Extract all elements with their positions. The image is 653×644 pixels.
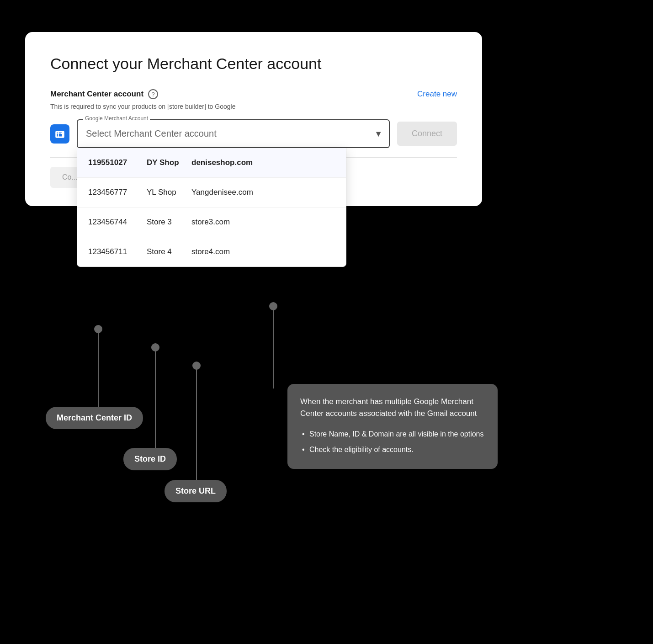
dropdown-item-url: Yangdenisee.com [191, 188, 253, 197]
section-label: Merchant Center account [50, 90, 143, 99]
dropdown-item-name: DY Shop [147, 158, 183, 167]
input-row: Google Merchant Account Select Merchant … [50, 119, 457, 148]
store-id-label: Store ID [123, 448, 177, 470]
dropdown-item-name: Store 4 [147, 247, 183, 256]
info-box: When the merchant has multiple Google Me… [287, 384, 498, 469]
connect-button[interactable]: Connect [397, 122, 457, 146]
svg-point-5 [192, 362, 201, 370]
section-header: Merchant Center account ? Create new [50, 89, 457, 99]
select-label: Google Merchant Account [83, 115, 150, 122]
select-container: Google Merchant Account Select Merchant … [77, 119, 390, 148]
dropdown-item-id: 123456777 [88, 188, 138, 197]
dropdown-item-name: Store 3 [147, 218, 183, 227]
create-new-link[interactable]: Create new [417, 90, 457, 99]
section-desc: This is required to sync your products o… [50, 103, 457, 110]
dropdown-item[interactable]: 123456777YL ShopYangdenisee.com [77, 178, 346, 208]
info-box-title: When the merchant has multiple Google Me… [300, 396, 485, 419]
info-box-list: Store Name, ID & Domain are all visible … [300, 426, 485, 457]
svg-point-1 [94, 325, 102, 333]
info-box-item-2: Check the eligibility of accounts. [300, 442, 485, 458]
svg-point-3 [151, 343, 159, 351]
info-box-item-1: Store Name, ID & Domain are all visible … [300, 426, 485, 442]
dropdown-item-id: 123456711 [88, 247, 138, 256]
dropdown-item-url: store4.com [191, 247, 230, 256]
dropdown-item-url: store3.com [191, 218, 230, 227]
dropdown-item[interactable]: 123456744Store 3store3.com [77, 208, 346, 237]
svg-point-7 [269, 302, 277, 310]
section-label-group: Merchant Center account ? [50, 89, 158, 99]
dropdown-item-name: YL Shop [147, 188, 183, 197]
modal-card: Connect your Merchant Center account Mer… [25, 32, 482, 206]
diagram-area: Merchant Center ID Store ID Store URL Wh… [0, 283, 653, 644]
merchant-center-id-label: Merchant Center ID [46, 407, 143, 429]
dropdown-item-id: 119551027 [88, 158, 138, 167]
help-icon[interactable]: ? [148, 89, 158, 99]
dropdown-item[interactable]: 123456711Store 4store4.com [77, 237, 346, 266]
modal-title: Connect your Merchant Center account [50, 55, 457, 73]
store-url-label: Store URL [165, 480, 227, 502]
merchant-icon [50, 124, 69, 144]
dropdown-item-id: 123456744 [88, 218, 138, 227]
merchant-center-select[interactable]: Select Merchant Center account [77, 119, 390, 148]
dropdown-item[interactable]: 119551027DY Shopdeniseshop.com [77, 148, 346, 178]
dropdown-menu: 119551027DY Shopdeniseshop.com123456777Y… [77, 148, 346, 267]
select-placeholder: Select Merchant Center account [86, 128, 217, 138]
dropdown-item-url: deniseshop.com [191, 158, 253, 167]
